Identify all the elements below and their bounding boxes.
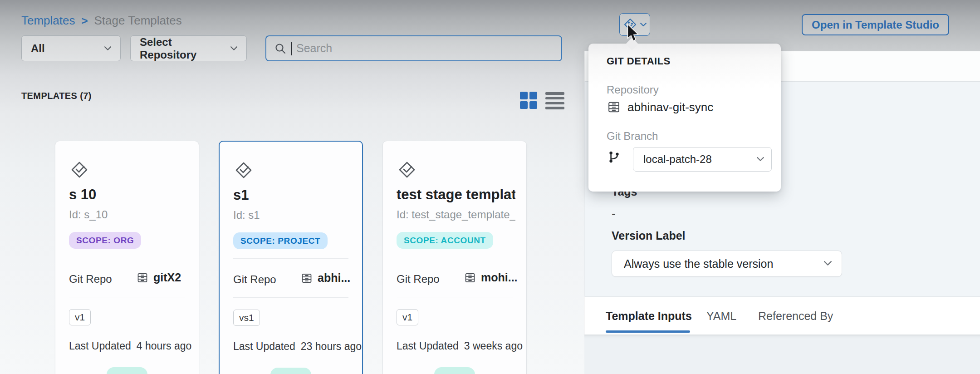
details-tab-content (584, 335, 980, 374)
breadcrumb-separator: > (82, 15, 88, 27)
git-repo-value: mohi... (481, 271, 518, 284)
stage-template-icon (69, 159, 90, 182)
version-chip: v1 (69, 309, 91, 325)
version-chip: vs1 (233, 310, 260, 326)
list-view-toggle[interactable] (545, 92, 564, 109)
stable-badge (107, 367, 147, 374)
stage-template-icon (397, 159, 417, 182)
details-tab-bar: Template Inputs YAML Referenced By (584, 296, 980, 335)
version-chip: v1 (397, 309, 418, 325)
version-label-heading: Version Label (612, 229, 686, 242)
repository-filter-value: Select Repository (140, 36, 230, 61)
template-id: Id: s1 (233, 209, 352, 221)
breadcrumb-templates-link[interactable]: Templates (21, 14, 75, 28)
chevron-down-icon (640, 23, 647, 27)
type-filter-value: All (31, 42, 45, 55)
grid-view-toggle[interactable] (520, 92, 538, 110)
tab-yaml[interactable]: YAML (706, 310, 736, 323)
git-details-title: GIT DETAILS (607, 55, 671, 67)
chevron-down-icon (104, 44, 111, 53)
repository-icon (464, 271, 476, 284)
git-repo-label: Git Repo (233, 273, 276, 286)
git-repo-value: gitX2 (153, 271, 181, 284)
open-in-template-studio-button[interactable]: Open in Template Studio (802, 14, 949, 35)
version-label-select[interactable]: Always use the stable version (612, 251, 842, 277)
chevron-down-icon (230, 44, 237, 53)
template-title: s1 (233, 187, 352, 203)
repository-icon (607, 100, 621, 114)
version-label-value: Always use the stable version (624, 257, 773, 271)
git-branch-value: local-patch-28 (643, 153, 712, 166)
template-card-selected[interactable]: s1 Id: s1 SCOPE: PROJECT Git Repo abhi..… (219, 141, 363, 374)
search-field (265, 35, 562, 61)
git-repo-label: Git Repo (69, 273, 112, 285)
git-branch-icon (607, 150, 621, 164)
git-repo-value: abhi... (318, 271, 350, 285)
tags-value: - (612, 207, 616, 221)
git-branch-label: Git Branch (607, 130, 658, 143)
stable-badge (434, 367, 475, 374)
last-updated-label: Last Updated (397, 340, 459, 352)
git-details-popover: GIT DETAILS Repository abhinav-git-sync … (588, 44, 781, 192)
active-tab-underline (606, 330, 690, 333)
search-icon (274, 43, 286, 54)
breadcrumb-current: Stage Templates (94, 14, 182, 28)
repository-label: Repository (607, 84, 659, 96)
tab-referenced-by[interactable]: Referenced By (758, 310, 833, 323)
last-updated-value: 3 weeks ago (464, 340, 523, 352)
repository-name: abhinav-git-sync (627, 100, 713, 114)
list-view-icon (545, 92, 564, 95)
template-card[interactable]: s 10 Id: s_10 SCOPE: ORG Git Repo gitX2 … (55, 141, 199, 374)
scope-badge: SCOPE: ACCOUNT (397, 232, 493, 249)
search-input[interactable] (296, 42, 553, 55)
tab-template-inputs[interactable]: Template Inputs (606, 310, 692, 323)
template-id: Id: s_10 (69, 208, 188, 221)
type-filter-select[interactable]: All (21, 35, 121, 61)
repository-icon (136, 271, 149, 284)
chevron-down-icon (757, 155, 764, 163)
template-title: test stage template ... (397, 187, 515, 203)
git-repo-label: Git Repo (397, 273, 440, 285)
templates-count-heading: TEMPLATES (7) (21, 91, 92, 101)
scope-badge: SCOPE: PROJECT (233, 232, 328, 249)
last-updated-label: Last Updated (69, 340, 131, 352)
stable-badge (270, 368, 311, 374)
stage-template-icon (233, 160, 254, 182)
repository-icon (300, 272, 313, 285)
grid-view-icon (520, 92, 528, 99)
template-card[interactable]: test stage template ... Id: test_stage_t… (382, 141, 527, 374)
template-title: s 10 (69, 187, 188, 203)
last-updated-label: Last Updated (233, 340, 295, 353)
text-caret (291, 42, 292, 55)
last-updated-value: 23 hours ago (301, 340, 362, 353)
scope-badge: SCOPE: ORG (69, 232, 141, 249)
last-updated-value: 4 hours ago (137, 340, 191, 352)
template-id: Id: test_stage_template_... (397, 208, 515, 221)
chevron-down-icon (824, 260, 832, 268)
repository-filter-select[interactable]: Select Repository (130, 35, 247, 61)
git-branch-select[interactable]: local-patch-28 (633, 147, 772, 172)
stage-templates-page: Templates > Stage Templates All Select R… (0, 0, 980, 374)
breadcrumb: Templates > Stage Templates (21, 14, 182, 28)
mouse-cursor-icon (626, 24, 640, 44)
